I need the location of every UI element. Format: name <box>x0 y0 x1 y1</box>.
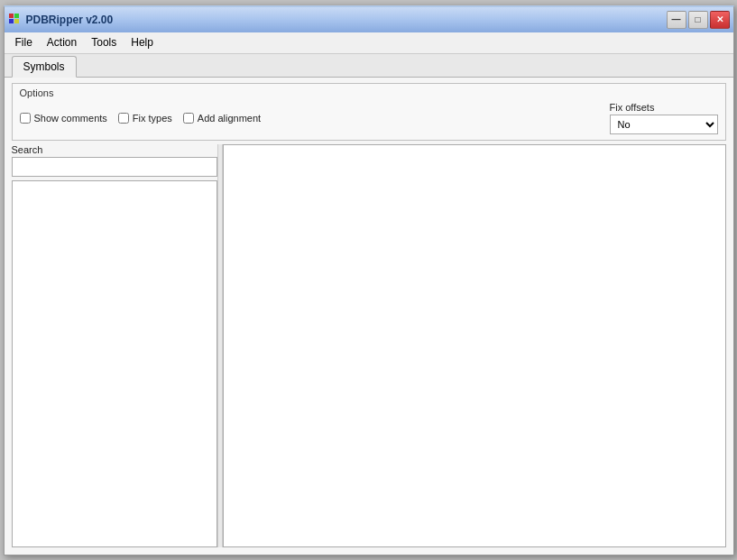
fix-offsets-select[interactable]: No Yes Auto <box>610 115 718 134</box>
title-bar-buttons: — □ ✕ <box>667 11 730 29</box>
fix-types-label: Fix types <box>133 113 172 124</box>
tab-bar: Symbols <box>5 54 733 78</box>
fix-types-checkbox[interactable] <box>118 113 129 124</box>
right-panel[interactable] <box>223 144 726 547</box>
search-section: Search <box>12 144 217 177</box>
minimize-button[interactable]: — <box>667 11 686 29</box>
left-panel: Search <box>12 144 217 547</box>
window-title: PDBRipper v2.00 <box>26 14 114 26</box>
show-comments-label: Show comments <box>34 113 107 124</box>
menu-item-tools[interactable]: Tools <box>84 34 124 50</box>
title-bar: PDBRipper v2.00 — □ ✕ <box>5 7 733 32</box>
title-bar-left: PDBRipper v2.00 <box>8 13 114 27</box>
maximize-button[interactable]: □ <box>688 11 708 29</box>
show-comments-checkbox[interactable] <box>20 113 31 124</box>
menu-item-help[interactable]: Help <box>124 34 161 50</box>
main-window: PDBRipper v2.00 — □ ✕ File Action Tools … <box>4 5 734 555</box>
panels-area: Search <box>12 144 726 547</box>
fix-offsets-label: Fix offsets <box>610 102 655 113</box>
fix-offsets-group: Fix offsets No Yes Auto <box>610 102 718 134</box>
options-row: Show comments Fix types Add alignment Fi… <box>20 102 718 134</box>
tab-symbols[interactable]: Symbols <box>12 56 77 78</box>
show-comments-option[interactable]: Show comments <box>20 113 107 124</box>
search-label: Search <box>12 144 217 155</box>
svg-rect-3 <box>14 19 19 23</box>
main-content: Options Show comments Fix types Add alig… <box>5 78 733 555</box>
search-input[interactable] <box>12 157 217 177</box>
svg-rect-0 <box>9 14 14 18</box>
menu-item-file[interactable]: File <box>8 34 40 50</box>
options-section: Options Show comments Fix types Add alig… <box>12 83 726 141</box>
add-alignment-checkbox[interactable] <box>183 113 194 124</box>
symbols-list[interactable] <box>12 180 217 547</box>
add-alignment-option[interactable]: Add alignment <box>183 113 261 124</box>
menu-item-action[interactable]: Action <box>40 34 84 50</box>
svg-rect-1 <box>9 19 14 23</box>
fix-types-option[interactable]: Fix types <box>118 113 172 124</box>
window-icon <box>8 13 23 27</box>
options-legend: Options <box>20 87 718 98</box>
svg-rect-2 <box>14 14 19 18</box>
add-alignment-label: Add alignment <box>198 113 261 124</box>
close-button[interactable]: ✕ <box>710 11 730 29</box>
menu-bar: File Action Tools Help <box>5 32 733 54</box>
